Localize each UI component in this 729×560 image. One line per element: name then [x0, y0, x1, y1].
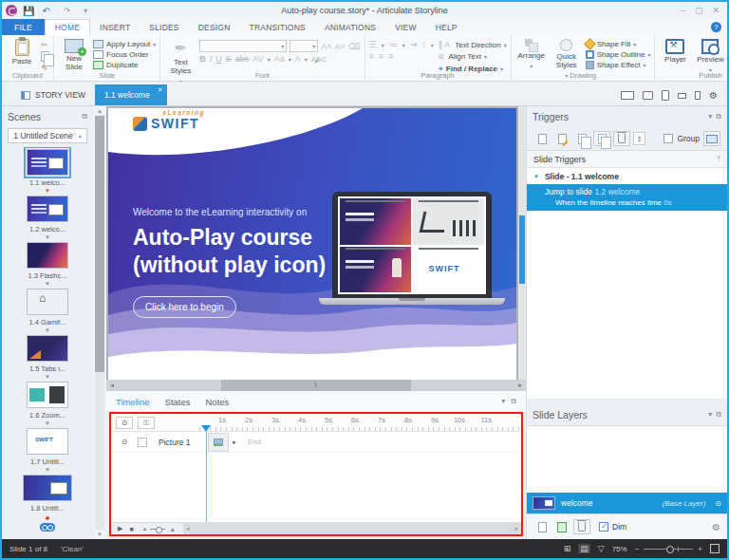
paste-trigger-button[interactable] [593, 131, 610, 146]
phone-landscape-icon[interactable] [678, 93, 686, 99]
scene-item-1-3[interactable]: 1.3 Flashc... [27, 242, 68, 280]
edit-trigger-button[interactable] [553, 131, 570, 146]
shape-fill-button[interactable]: Shape Fill▾ [586, 40, 651, 48]
bullets-icon[interactable]: ☰ [369, 40, 379, 49]
preview-button[interactable]: Preview▾ [694, 38, 726, 69]
scene-item-1-7[interactable]: 1.7 Untitl... [27, 428, 68, 466]
scene-item-1-1[interactable]: 1.1 welco... [27, 149, 68, 187]
scroll-right-icon[interactable]: ▸ [514, 382, 526, 389]
text-direction-button[interactable]: ∥AText Direction▾ [439, 40, 507, 49]
show-all-eye-button[interactable]: ⊙ [116, 417, 133, 429]
arrange-button[interactable]: Arrange▾ [515, 38, 548, 69]
scene-selector-dropdown[interactable]: 1 Untitled Scene▾ [8, 128, 87, 143]
tab-transitions[interactable]: TRANSITIONS [240, 19, 315, 35]
tablet-portrait-icon[interactable] [662, 90, 669, 101]
trigger-wizard-button[interactable] [703, 131, 720, 146]
focus-order-button[interactable]: Focus Order [93, 50, 156, 59]
phone-portrait-icon[interactable] [695, 91, 701, 100]
tab-animations[interactable]: ANIMATIONS [315, 19, 385, 35]
track-expand-icon[interactable]: ▸ [229, 439, 240, 446]
timeline-zoom-control[interactable]: ▴ ▲ [143, 525, 176, 532]
scroll-down-icon[interactable]: ▼ [97, 532, 103, 537]
scene-thumb-1-7[interactable] [27, 428, 68, 455]
triggers-dropdown-icon[interactable]: ▾ [708, 112, 712, 121]
font-name-select[interactable]: ▾ [199, 40, 287, 52]
play-button[interactable]: ▶ [118, 525, 122, 532]
timeline-scroll-right-icon[interactable]: ▸ [514, 525, 518, 532]
laptop-image[interactable] [319, 192, 505, 305]
maximize-button[interactable]: ▢ [695, 6, 703, 15]
scene-item-1-5[interactable]: 1.5 Tabs i... [27, 335, 68, 373]
dim-checkbox[interactable] [599, 522, 608, 532]
timeline-empty-area[interactable] [111, 453, 521, 522]
close-button[interactable]: ✕ [712, 6, 720, 15]
align-right-icon[interactable]: ≡ [388, 51, 395, 61]
begin-button[interactable]: Click here to begin [133, 296, 236, 318]
clear-format-icon[interactable]: ⌫ [348, 42, 361, 51]
layer-list[interactable] [527, 425, 727, 493]
playhead-marker-icon[interactable] [201, 425, 211, 432]
strikethrough-button[interactable]: S [226, 54, 232, 64]
align-center-icon[interactable]: ≡ [379, 51, 385, 61]
layer-visibility-eye-icon[interactable]: ⊙ [715, 499, 721, 508]
timeline-ruler[interactable]: 1s2s3s4s5s6s7s8s9s10s11s [199, 414, 521, 431]
triggers-panel-icon[interactable]: ⧉ [716, 112, 721, 121]
collapse-triangle-icon[interactable]: ▼ [533, 174, 539, 179]
zoom-slider-track[interactable] [644, 549, 693, 550]
zoom-mode-icon[interactable]: ▽ [598, 544, 605, 553]
slide-view-toggle-icon[interactable]: ▤ [578, 544, 590, 553]
minimize-button[interactable]: – [681, 6, 685, 15]
help-icon[interactable]: ? [711, 22, 721, 32]
stop-button[interactable]: ■ [129, 526, 133, 532]
shrink-font-icon[interactable]: A˅ [335, 42, 346, 51]
track-lock-checkbox[interactable] [138, 438, 147, 447]
layer-settings-gear-icon[interactable]: ⚙ [712, 522, 720, 532]
scene-thumb-1-5[interactable] [27, 335, 68, 362]
layers-panel-icon[interactable]: ⧉ [716, 410, 721, 420]
player-button[interactable]: Player [659, 38, 691, 69]
scene-item-1-8[interactable]: 1.8 Untitl... [23, 475, 72, 513]
duplicate-button[interactable]: Duplicate [93, 61, 156, 69]
canvas-hscroll-thumb[interactable]: ⦀ [221, 380, 412, 391]
story-view-toggle-icon[interactable]: ⊞ [564, 544, 571, 553]
tablet-landscape-icon[interactable] [643, 91, 653, 100]
desktop-preview-icon[interactable] [621, 91, 634, 100]
notes-tab[interactable]: Notes [205, 397, 229, 407]
spacing-icon[interactable]: ↕ [421, 40, 428, 49]
scene-thumb-1-1[interactable] [27, 149, 68, 176]
align-text-button[interactable]: ⧈Align Text▾ [439, 51, 507, 62]
copy-icon[interactable] [41, 51, 49, 62]
zoom-slider-control[interactable]: − + [635, 545, 702, 553]
timeline-tab[interactable]: Timeline [116, 397, 150, 407]
canvas-vscroll-thumb[interactable] [519, 215, 525, 284]
base-layer-row[interactable]: welcome (Base Layer) ⊙ [527, 493, 727, 513]
timeline-scrollbar[interactable]: ◂ ▸ [183, 523, 521, 534]
scene-item-1-6[interactable]: 1.6 Zoom... [27, 382, 68, 420]
preview-settings-gear-icon[interactable]: ⚙ [709, 90, 718, 101]
abc-button[interactable]: abc [235, 54, 250, 64]
tab-help[interactable]: HELP [426, 19, 467, 35]
grow-font-icon[interactable]: A˄ [321, 42, 331, 51]
story-view-tab[interactable]: STORY VIEW [11, 84, 95, 105]
tab-file[interactable]: FILE [2, 19, 45, 35]
tab-home[interactable]: HOME [45, 19, 90, 35]
delete-layer-button[interactable] [573, 519, 590, 534]
paste-button[interactable]: Paste [6, 38, 38, 69]
char-spacing-button[interactable]: AV [252, 54, 263, 64]
numbering-icon[interactable]: ≔ [389, 40, 400, 49]
indent-icon[interactable]: ⇥ [410, 40, 420, 49]
timeline-track-picture1[interactable]: ⊙ Picture 1 ▸ End [111, 432, 521, 453]
shape-effect-button[interactable]: Shape Effect▾ [586, 61, 651, 69]
scenes-scrollbar-thumb[interactable] [95, 116, 104, 372]
italic-button[interactable]: I [210, 54, 213, 64]
new-layer-button[interactable] [533, 519, 551, 534]
timeline-dropdown-icon[interactable]: ▾ [501, 397, 505, 406]
shape-outline-button[interactable]: Shape Outline▾ [586, 50, 651, 59]
zoom-in-plus-icon[interactable]: + [698, 545, 702, 553]
quick-styles-button[interactable]: Quick Styles▾ [551, 38, 583, 69]
trigger-target-link[interactable]: 1.2 welcome [594, 187, 640, 196]
font-size-select[interactable]: ▾ [290, 40, 318, 52]
playhead-line[interactable] [206, 432, 207, 522]
fit-to-window-icon[interactable] [710, 544, 720, 553]
track-name[interactable]: Picture 1 [159, 438, 208, 447]
